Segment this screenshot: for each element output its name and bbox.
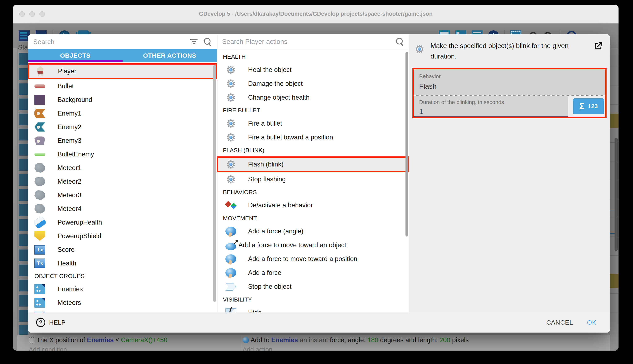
tab-objects[interactable]: OBJECTS	[28, 49, 123, 62]
group-row-meteors[interactable]: Meteors	[28, 296, 217, 310]
minimize-icon[interactable]	[29, 11, 35, 17]
object-row-enemy3[interactable]: Enemy3	[28, 134, 217, 148]
help-icon: ?	[36, 318, 45, 327]
action-icon	[225, 227, 236, 236]
ok-button[interactable]: OK	[587, 319, 596, 326]
search-icon[interactable]	[396, 37, 404, 46]
object-icon	[35, 122, 45, 132]
objects-search-input[interactable]: Search	[33, 38, 190, 46]
object-icon	[33, 216, 47, 230]
action-text: Add to Enemies an instant force, angle: …	[251, 336, 469, 344]
section-header: MOVEMENT	[217, 212, 409, 224]
segment: degrees and length:	[378, 336, 439, 344]
object-row-poweruphealth[interactable]: PowerupHealth	[28, 216, 217, 229]
action-row-stop-flashing[interactable]: Stop flashing	[217, 172, 409, 186]
add-condition-link[interactable]: Add condition	[29, 346, 241, 350]
sigma-badge: 123	[588, 103, 598, 110]
screen: GDevelop 5 - /Users/dkarakay/Documents/G…	[0, 0, 633, 364]
cancel-button[interactable]: CANCEL	[546, 319, 573, 326]
object-row-meteor4[interactable]: Meteor4	[28, 202, 217, 216]
actions-scrollbar[interactable]	[406, 52, 408, 236]
gdevelop-window: GDevelop 5 - /Users/dkarakay/Documents/G…	[13, 4, 618, 350]
action-row-flash-blink[interactable]: Flash (blink)	[217, 156, 409, 172]
objects-scrollbar[interactable]	[213, 65, 216, 302]
segment: Add to	[251, 336, 271, 344]
action-label: Hide	[248, 309, 261, 312]
segment: pixels	[450, 336, 469, 344]
object-row-player[interactable]: Player	[28, 63, 217, 79]
add-action-link[interactable]: Add action	[243, 346, 610, 350]
object-icon	[35, 190, 45, 200]
object-row-enemy1[interactable]: Enemy1	[28, 106, 217, 120]
object-label: Enemy2	[58, 123, 81, 131]
object-label: PowerupHealth	[58, 219, 102, 226]
event-actions-cell[interactable]: Add to Enemies an instant force, angle: …	[241, 335, 610, 350]
events-scrollbar[interactable]	[614, 138, 618, 251]
section-items: Add a force (angle) Add a force to move …	[217, 224, 409, 294]
action-row-fire-a-bullet[interactable]: Fire a bullet	[217, 116, 409, 130]
zoom-icon[interactable]	[40, 11, 45, 17]
action-row-add-a-force[interactable]: Add a force	[217, 266, 409, 280]
tab-label: OTHER ACTIONS	[143, 52, 196, 59]
expression-editor-button[interactable]: Σ 123	[573, 98, 604, 114]
object-row-meteor2[interactable]: Meteor2	[28, 175, 217, 188]
open-in-new-icon[interactable]	[593, 41, 604, 52]
group-row-enemies[interactable]: Enemies	[28, 282, 217, 296]
event-block-olive	[610, 274, 618, 288]
duration-field[interactable]: Duration of the blinking, in seconds 1	[414, 96, 568, 117]
object-label: PowerupShield	[58, 232, 101, 240]
object-row-meteor1[interactable]: Meteor1	[28, 161, 217, 175]
action-icon	[225, 78, 236, 89]
action-row-de-activate-a-behavior[interactable]: De/activate a behavior	[217, 198, 409, 212]
filter-icon[interactable]	[190, 39, 197, 44]
segment: Enemies	[87, 336, 114, 344]
help-label: HELP	[49, 319, 66, 326]
object-row-bullet[interactable]: Bullet	[28, 79, 217, 93]
segment: The X position of	[36, 336, 87, 344]
object-row-background[interactable]: Background	[28, 93, 217, 106]
group-label: Meteors	[58, 299, 81, 306]
action-row-add-a-force-to-move-toward-an-object[interactable]: Add a force to move toward an object	[217, 238, 409, 252]
action-row-heal-the-object[interactable]: Heal the object	[217, 63, 409, 77]
action-row-hide[interactable]: Hide	[217, 306, 409, 312]
window-title: GDevelop 5 - /Users/dkarakay/Documents/G…	[199, 11, 433, 17]
group-label: Enemies	[58, 285, 83, 293]
action-label: Stop flashing	[248, 176, 286, 183]
object-row-score[interactable]: Score	[28, 243, 217, 256]
object-label: BulletEnemy	[58, 150, 94, 158]
action-section: HEALTH Heal the object	[217, 51, 409, 104]
tab-other-actions[interactable]: OTHER ACTIONS	[123, 49, 217, 62]
action-gear-icon	[414, 44, 425, 54]
action-icon	[225, 64, 236, 75]
event-conditions-cell[interactable]: The X position of Enemies ≤ CameraX()+45…	[18, 335, 241, 350]
action-label: Add a force (angle)	[248, 228, 303, 235]
close-icon[interactable]	[19, 11, 25, 17]
action-icon	[225, 243, 236, 250]
object-icon	[35, 95, 45, 105]
object-row-meteor3[interactable]: Meteor3	[28, 188, 217, 202]
action-row-damage-the-object[interactable]: Damage the object	[217, 77, 409, 90]
group-row-powerups[interactable]: Powerups	[28, 310, 217, 312]
section-header: FIRE BULLET	[217, 104, 409, 116]
search-icon[interactable]	[203, 38, 212, 46]
object-label: Health	[58, 260, 76, 267]
action-row-stop-the-object[interactable]: Stop the object	[217, 280, 409, 294]
object-label: Score	[58, 246, 75, 254]
object-row-enemy2[interactable]: Enemy2	[28, 120, 217, 134]
action-row-add-a-force-angle[interactable]: Add a force (angle)	[217, 224, 409, 238]
actions-search-input[interactable]: Search Player actions	[222, 38, 396, 46]
action-label: Add a force to move toward a position	[248, 255, 357, 263]
event-row: The X position of Enemies ≤ CameraX()+45…	[18, 335, 610, 350]
help-button[interactable]: ? HELP	[36, 318, 66, 327]
object-row-powerupshield[interactable]: PowerupShield	[28, 229, 217, 243]
action-row-change-object-health[interactable]: Change object health	[217, 90, 409, 104]
sigma-icon: Σ	[579, 101, 584, 111]
action-label: Fire a bullet toward a position	[248, 134, 333, 141]
scene-tab[interactable]: Sta	[18, 44, 28, 51]
object-label: Meteor3	[58, 192, 81, 199]
object-row-bulletenemy[interactable]: BulletEnemy	[28, 148, 217, 161]
object-label: Meteor4	[58, 205, 81, 212]
action-row-add-a-force-to-move-toward-a-position[interactable]: Add a force to move toward a position	[217, 252, 409, 266]
action-row-fire-a-bullet-toward-a-position[interactable]: Fire a bullet toward a position	[217, 130, 409, 144]
object-row-health[interactable]: Health	[28, 256, 217, 270]
